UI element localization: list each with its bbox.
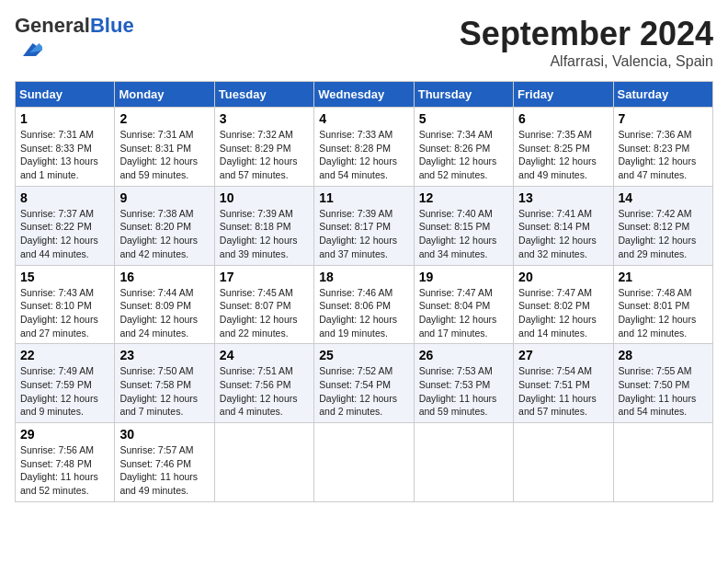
day-info: Sunrise: 7:40 AM Sunset: 8:15 PM Dayligh… [419,207,508,261]
location-subtitle: Alfarrasi, Valencia, Spain [460,53,713,70]
day-number: 10 [220,190,309,205]
day-info: Sunrise: 7:47 AM Sunset: 8:04 PM Dayligh… [419,286,508,340]
calendar-row: 1 Sunrise: 7:31 AM Sunset: 8:33 PM Dayli… [16,108,713,187]
calendar-cell: 25 Sunrise: 7:52 AM Sunset: 7:54 PM Dayl… [314,344,414,423]
day-number: 24 [220,348,309,362]
day-info: Sunrise: 7:42 AM Sunset: 8:12 PM Dayligh… [619,207,708,261]
day-number: 23 [119,348,209,362]
day-number: 1 [20,111,109,126]
calendar-cell: 2 Sunrise: 7:31 AM Sunset: 8:31 PM Dayli… [115,108,214,187]
calendar-cell: 20 Sunrise: 7:47 AM Sunset: 8:02 PM Dayl… [514,265,613,344]
day-number: 27 [518,348,608,362]
logo: GeneralBlue [15,15,134,66]
calendar-cell: 21 Sunrise: 7:48 AM Sunset: 8:01 PM Dayl… [613,265,712,344]
calendar-cell: 11 Sunrise: 7:39 AM Sunset: 8:17 PM Dayl… [314,186,414,265]
calendar-cell [613,423,712,502]
calendar-cell: 22 Sunrise: 7:49 AM Sunset: 7:59 PM Dayl… [16,344,115,423]
calendar-cell: 14 Sunrise: 7:42 AM Sunset: 8:12 PM Dayl… [613,186,712,265]
day-info: Sunrise: 7:57 AM Sunset: 7:46 PM Dayligh… [119,443,209,498]
day-info: Sunrise: 7:49 AM Sunset: 7:59 PM Dayligh… [20,364,109,419]
day-number: 29 [20,427,109,442]
day-number: 15 [20,270,109,284]
page-header: GeneralBlue September 2024 Alfarrasi, Va… [15,15,713,70]
calendar-cell: 16 Sunrise: 7:44 AM Sunset: 8:09 PM Dayl… [115,265,214,344]
day-info: Sunrise: 7:56 AM Sunset: 7:48 PM Dayligh… [20,443,109,498]
logo-blue: Blue [90,14,134,37]
day-number: 5 [419,111,508,126]
day-number: 26 [419,348,508,362]
day-number: 4 [319,111,408,126]
day-number: 25 [319,348,408,362]
day-number: 21 [619,270,708,284]
day-number: 8 [20,190,109,205]
day-info: Sunrise: 7:55 AM Sunset: 7:50 PM Dayligh… [619,364,708,419]
col-friday: Friday [514,82,613,108]
calendar-cell: 9 Sunrise: 7:38 AM Sunset: 8:20 PM Dayli… [115,186,214,265]
day-number: 6 [518,111,608,126]
calendar-cell: 6 Sunrise: 7:35 AM Sunset: 8:25 PM Dayli… [514,108,613,187]
calendar-cell: 3 Sunrise: 7:32 AM Sunset: 8:29 PM Dayli… [214,108,313,187]
day-info: Sunrise: 7:34 AM Sunset: 8:26 PM Dayligh… [419,128,508,182]
logo-icon [17,37,42,63]
title-block: September 2024 Alfarrasi, Valencia, Spai… [460,15,713,70]
day-info: Sunrise: 7:37 AM Sunset: 8:22 PM Dayligh… [20,207,109,261]
calendar-cell: 28 Sunrise: 7:55 AM Sunset: 7:50 PM Dayl… [613,344,712,423]
day-info: Sunrise: 7:43 AM Sunset: 8:10 PM Dayligh… [20,286,109,340]
day-info: Sunrise: 7:39 AM Sunset: 8:18 PM Dayligh… [220,207,309,261]
month-year-title: September 2024 [460,15,713,53]
col-tuesday: Tuesday [214,82,313,108]
calendar-cell: 24 Sunrise: 7:51 AM Sunset: 7:56 PM Dayl… [214,344,313,423]
calendar-body: 1 Sunrise: 7:31 AM Sunset: 8:33 PM Dayli… [16,108,713,502]
calendar-cell: 7 Sunrise: 7:36 AM Sunset: 8:23 PM Dayli… [613,108,712,187]
day-info: Sunrise: 7:52 AM Sunset: 7:54 PM Dayligh… [319,364,408,419]
calendar-cell: 29 Sunrise: 7:56 AM Sunset: 7:48 PM Dayl… [16,423,115,502]
calendar-cell: 4 Sunrise: 7:33 AM Sunset: 8:28 PM Dayli… [314,108,414,187]
col-thursday: Thursday [414,82,513,108]
calendar-row: 8 Sunrise: 7:37 AM Sunset: 8:22 PM Dayli… [16,186,713,265]
day-number: 2 [119,111,209,126]
day-info: Sunrise: 7:33 AM Sunset: 8:28 PM Dayligh… [319,128,408,182]
day-number: 19 [419,270,508,284]
calendar-cell: 17 Sunrise: 7:45 AM Sunset: 8:07 PM Dayl… [214,265,313,344]
col-saturday: Saturday [613,82,712,108]
day-number: 16 [119,270,209,284]
calendar-cell: 5 Sunrise: 7:34 AM Sunset: 8:26 PM Dayli… [414,108,513,187]
calendar-cell: 10 Sunrise: 7:39 AM Sunset: 8:18 PM Dayl… [214,186,313,265]
day-number: 13 [518,190,608,205]
calendar-cell [314,423,414,502]
calendar-cell: 12 Sunrise: 7:40 AM Sunset: 8:15 PM Dayl… [414,186,513,265]
calendar-cell [514,423,613,502]
day-info: Sunrise: 7:36 AM Sunset: 8:23 PM Dayligh… [619,128,708,182]
day-info: Sunrise: 7:46 AM Sunset: 8:06 PM Dayligh… [319,286,408,340]
calendar-cell: 1 Sunrise: 7:31 AM Sunset: 8:33 PM Dayli… [16,108,115,187]
calendar-cell: 15 Sunrise: 7:43 AM Sunset: 8:10 PM Dayl… [16,265,115,344]
day-number: 22 [20,348,109,362]
calendar-cell [214,423,313,502]
calendar-cell: 23 Sunrise: 7:50 AM Sunset: 7:58 PM Dayl… [115,344,214,423]
calendar-cell [414,423,513,502]
calendar-cell: 27 Sunrise: 7:54 AM Sunset: 7:51 PM Dayl… [514,344,613,423]
day-number: 18 [319,270,408,284]
day-info: Sunrise: 7:41 AM Sunset: 8:14 PM Dayligh… [518,207,608,261]
col-sunday: Sunday [16,82,115,108]
col-monday: Monday [115,82,214,108]
day-info: Sunrise: 7:47 AM Sunset: 8:02 PM Dayligh… [518,286,608,340]
day-info: Sunrise: 7:53 AM Sunset: 7:53 PM Dayligh… [419,364,508,419]
day-number: 12 [419,190,508,205]
day-info: Sunrise: 7:51 AM Sunset: 7:56 PM Dayligh… [220,364,309,419]
day-number: 20 [518,270,608,284]
calendar-cell: 18 Sunrise: 7:46 AM Sunset: 8:06 PM Dayl… [314,265,414,344]
day-info: Sunrise: 7:48 AM Sunset: 8:01 PM Dayligh… [619,286,708,340]
day-info: Sunrise: 7:31 AM Sunset: 8:33 PM Dayligh… [20,128,109,182]
day-number: 7 [619,111,708,126]
calendar-row: 29 Sunrise: 7:56 AM Sunset: 7:48 PM Dayl… [16,423,713,502]
day-info: Sunrise: 7:45 AM Sunset: 8:07 PM Dayligh… [220,286,309,340]
day-info: Sunrise: 7:38 AM Sunset: 8:20 PM Dayligh… [119,207,209,261]
day-info: Sunrise: 7:31 AM Sunset: 8:31 PM Dayligh… [119,128,209,182]
day-number: 30 [119,427,209,442]
calendar-cell: 26 Sunrise: 7:53 AM Sunset: 7:53 PM Dayl… [414,344,513,423]
day-info: Sunrise: 7:39 AM Sunset: 8:17 PM Dayligh… [319,207,408,261]
day-number: 9 [119,190,209,205]
day-number: 17 [220,270,309,284]
calendar-row: 15 Sunrise: 7:43 AM Sunset: 8:10 PM Dayl… [16,265,713,344]
